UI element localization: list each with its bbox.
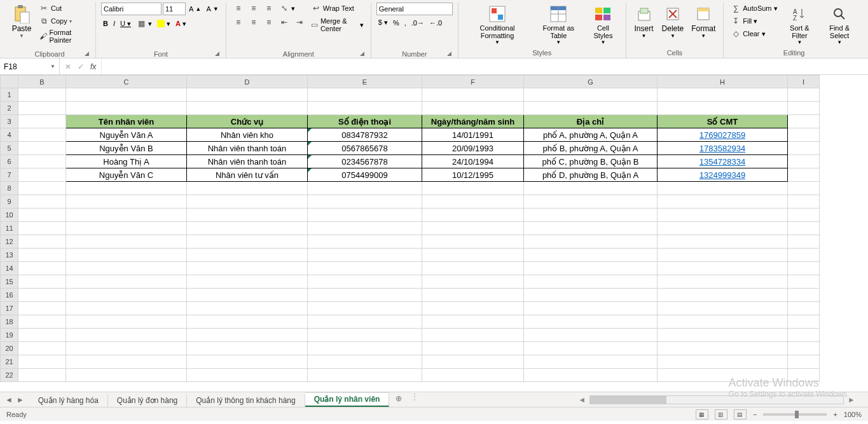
select-all-cell[interactable] [1,76,18,88]
cell-B11[interactable] [18,222,66,235]
cell-C12[interactable] [66,235,187,249]
cell-C11[interactable] [66,222,187,235]
cell-C6[interactable]: Hoàng Thị A [66,155,187,168]
cell-H1[interactable] [658,88,788,102]
name-box[interactable]: F18 ▼ [0,58,60,74]
orientation-button[interactable]: ⤡▾ [277,3,297,14]
font-size-select[interactable] [163,3,186,15]
font-name-select[interactable] [101,3,162,15]
cell-H15[interactable] [658,275,788,289]
cell-B10[interactable] [18,209,66,222]
cell-H3[interactable]: Số CMT [658,115,788,128]
horizontal-scrollbar[interactable] [589,395,844,404]
row-header-14[interactable]: 14 [1,262,18,275]
align-right-button[interactable]: ≡ [262,17,276,28]
cell-E20[interactable] [308,342,422,355]
align-left-button[interactable]: ≡ [231,17,245,28]
cell-D19[interactable] [187,329,308,342]
underline-button[interactable]: U ▾ [118,19,133,29]
cell-B1[interactable] [18,88,66,102]
view-normal-button[interactable]: ▦ [696,409,708,420]
cell-E3[interactable]: Số điện thoại [308,115,422,128]
cell-E19[interactable] [308,329,422,342]
cell-F9[interactable] [422,195,524,209]
cell-H18[interactable] [658,315,788,329]
cell-E21[interactable] [308,355,422,369]
cell-C3[interactable]: Tên nhân viên [66,115,187,128]
cell-I20[interactable] [788,342,820,355]
sheet-tab-1[interactable]: Quản lý đơn hàng [108,394,187,407]
cell-G21[interactable] [524,355,658,369]
cell-D10[interactable] [187,209,308,222]
cell-G17[interactable] [524,302,658,315]
cell-G12[interactable] [524,235,658,249]
cell-B4[interactable] [18,128,66,142]
tab-nav-next[interactable]: ► [17,395,24,404]
cell-D15[interactable] [187,275,308,289]
row-header-3[interactable]: 3 [1,115,18,128]
cell-G18[interactable] [524,315,658,329]
row-header-18[interactable]: 18 [1,315,18,329]
cell-C13[interactable] [66,249,187,262]
view-page-break-button[interactable]: ▤ [734,409,747,420]
autosum-button[interactable]: ∑AutoSum ▾ [729,3,779,14]
cell-C22[interactable] [66,369,187,382]
cell-C5[interactable]: Nguyễn Văn B [66,142,187,155]
cell-G16[interactable] [524,289,658,302]
cell-H21[interactable] [658,355,788,369]
cell-H19[interactable] [658,329,788,342]
cell-G19[interactable] [524,329,658,342]
clipboard-dialog-launcher[interactable]: ◢ [9,50,90,57]
view-page-layout-button[interactable]: ▥ [715,409,727,420]
cell-I13[interactable] [788,249,820,262]
align-middle-button[interactable]: ≡ [247,3,261,14]
cell-D11[interactable] [187,222,308,235]
cell-D8[interactable] [187,182,308,195]
column-header-I[interactable]: I [788,76,820,88]
cell-B20[interactable] [18,342,66,355]
cell-I4[interactable] [788,128,820,142]
row-header-13[interactable]: 13 [1,249,18,262]
cell-F19[interactable] [422,329,524,342]
cell-E6[interactable]: 0234567878 [308,155,422,168]
row-header-20[interactable]: 20 [1,342,18,355]
row-header-7[interactable]: 7 [1,168,18,182]
cell-F3[interactable]: Ngày/tháng/năm sinh [422,115,524,128]
cell-H6[interactable]: 1354728334 [658,155,788,168]
cell-G14[interactable] [524,262,658,275]
cell-C10[interactable] [66,209,187,222]
cell-C20[interactable] [66,342,187,355]
cell-B7[interactable] [18,168,66,182]
cell-H13[interactable] [658,249,788,262]
cell-H11[interactable] [658,222,788,235]
cell-styles-button[interactable]: Cell Styles▼ [586,3,620,46]
cell-H2[interactable] [658,102,788,115]
find-select-button[interactable]: Find & Select▼ [820,3,859,46]
cell-F10[interactable] [422,209,524,222]
wrap-text-button[interactable]: ↩ Wrap Text [309,3,366,14]
cell-B9[interactable] [18,195,66,209]
cell-G10[interactable] [524,209,658,222]
italic-button[interactable]: I [111,19,117,28]
cell-H14[interactable] [658,262,788,275]
cell-F4[interactable]: 14/01/1991 [422,128,524,142]
cell-G20[interactable] [524,342,658,355]
font-dialog-launcher[interactable]: ◢ [101,50,221,57]
sheet-tab-2[interactable]: Quản lý thông tin khách hàng [187,394,305,407]
decrease-decimal-button[interactable]: ←.0 [427,18,444,27]
border-button[interactable]: ▦▾ [134,18,154,29]
cell-H10[interactable] [658,209,788,222]
cell-H4[interactable]: 1769027859 [658,128,788,142]
cell-E13[interactable] [308,249,422,262]
cell-B19[interactable] [18,329,66,342]
cell-I10[interactable] [788,209,820,222]
column-header-C[interactable]: C [66,76,187,88]
cell-I22[interactable] [788,369,820,382]
cell-F14[interactable] [422,262,524,275]
cell-C9[interactable] [66,195,187,209]
cell-I12[interactable] [788,235,820,249]
cell-D9[interactable] [187,195,308,209]
cell-I2[interactable] [788,102,820,115]
paste-button[interactable]: Paste ▼ [9,3,34,40]
cell-H22[interactable] [658,369,788,382]
